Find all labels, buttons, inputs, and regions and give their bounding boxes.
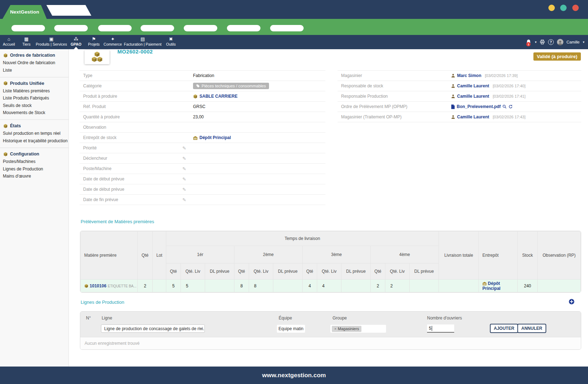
- notifications-bell-icon[interactable]: 1: [526, 39, 532, 45]
- add-production-line-button[interactable]: [569, 299, 574, 304]
- edit-pencil-icon[interactable]: ✎: [182, 145, 186, 151]
- nav-item-produits-services[interactable]: ▣ Produits | Services: [30, 37, 73, 46]
- sidebar-item-mouvements-de-stock[interactable]: Mouvements de Stock: [0, 109, 69, 116]
- sidebar-section-etats: États Suivi production en temps réel His…: [0, 119, 69, 148]
- sidebar-item-postes-machines[interactable]: Postes/Machines: [0, 158, 69, 165]
- warehouse-link[interactable]: Dépôt Principal: [199, 135, 231, 140]
- footer-url-link[interactable]: www.nextgestion.com: [262, 372, 326, 379]
- refresh-icon[interactable]: [508, 104, 513, 109]
- sidebar-item-liste-matieres-premieres[interactable]: Liste Matières premières: [0, 87, 69, 94]
- subcolumn-qte-liv: Qté. Liv: [181, 263, 205, 280]
- d2-dl-cell: [273, 280, 303, 292]
- zoom-icon[interactable]: [502, 104, 507, 109]
- edit-pencil-icon[interactable]: ✎: [182, 166, 186, 171]
- groupe-field[interactable]: ×Magasiniers: [330, 325, 386, 333]
- menu-pill[interactable]: [184, 25, 217, 31]
- sidebar-item-historique-tracabilite[interactable]: Historique et traçabilité production: [0, 137, 69, 144]
- detail-row-poste-machine: Poste/Machine ✎: [80, 163, 325, 174]
- menu-pill[interactable]: [141, 25, 174, 31]
- subcolumn-dl-prevue: DL prévue: [273, 263, 303, 280]
- ajouter-button[interactable]: AJOUTER: [490, 324, 518, 333]
- qty-cell: 2: [138, 280, 153, 292]
- notification-badge: 1: [526, 42, 531, 46]
- sidebar-header-produits-unifiee[interactable]: Produits Unifiée: [0, 80, 69, 87]
- sidebar-item-liste[interactable]: Liste: [0, 66, 69, 73]
- product-link[interactable]: SABLE CARRIERE: [199, 94, 238, 99]
- timestamp: [03/02/2026 17:40]: [493, 84, 526, 88]
- person-icon: [451, 115, 455, 119]
- nav-item-gpao[interactable]: ⁂ GPAO: [67, 37, 85, 46]
- sidebar-item-nouvel-ordre[interactable]: Nouvel Ordre de fabrication: [0, 59, 69, 66]
- sidebar-item-suivi-production[interactable]: Suivi production en temps réel: [0, 130, 69, 137]
- user-chevron-icon[interactable]: ▾: [583, 40, 584, 44]
- column-header-equipe: Équipe: [279, 316, 292, 321]
- material-cell: 1010106ETIQUETTE BA...: [81, 280, 138, 292]
- timestamp: [03/02/2026 17:43]: [493, 115, 526, 119]
- edit-pencil-icon[interactable]: ✎: [182, 187, 186, 192]
- sidebar-header-configuration[interactable]: Configuration: [0, 150, 69, 158]
- print-icon[interactable]: [540, 40, 545, 45]
- column-header-matiere: Matière première: [81, 231, 138, 280]
- user-menu[interactable]: Camille: [567, 40, 580, 44]
- subcolumn-qte: Qté: [303, 263, 317, 280]
- warehouse-icon: [482, 281, 487, 286]
- d3-liv-cell: 4: [317, 280, 341, 292]
- menu-pill[interactable]: [54, 25, 88, 31]
- help-icon[interactable]: ?: [548, 39, 554, 45]
- subcolumn-qte: Qté: [371, 263, 385, 280]
- sidebar-header-etats[interactable]: États: [0, 122, 69, 130]
- edit-pencil-icon[interactable]: ✎: [182, 176, 186, 182]
- page-icon-card: [85, 50, 110, 64]
- building-icon: ▦: [24, 37, 29, 41]
- ouvriers-input[interactable]: 5: [427, 324, 454, 333]
- nav-item-facturation-paiement[interactable]: ▤ Facturation | Paiement: [118, 37, 168, 46]
- entrepot-cell: Dépôt Principal: [479, 280, 518, 292]
- material-code-link[interactable]: 1010106: [90, 283, 106, 288]
- menu-pill[interactable]: [98, 25, 132, 31]
- details-table-left: Type Fabrication Catégorie Pièces techni…: [80, 70, 325, 205]
- menu-pill[interactable]: [270, 25, 304, 31]
- annuler-button[interactable]: ANNULER: [517, 324, 546, 333]
- sidebar-item-liste-produits-fabriques[interactable]: Liste Produits Fabriqués: [0, 94, 69, 102]
- column-header-4eme: 4ème: [371, 246, 439, 263]
- detail-row-opmp: Ordre de Prélèvement MP (OPMP) Bon_Prele…: [338, 101, 581, 112]
- sidebar-item-mains-doeuvre[interactable]: Mains d'œuvre: [0, 173, 69, 180]
- notifications-chevron-icon[interactable]: ▾: [535, 40, 537, 44]
- window-close-button[interactable]: [572, 5, 579, 11]
- invoice-icon: ▤: [141, 37, 145, 41]
- menu-pill[interactable]: [11, 25, 45, 31]
- nav-item-accueil[interactable]: ⌂ Accueil: [0, 37, 18, 46]
- nav-item-outils[interactable]: ✖ Outils: [162, 37, 180, 46]
- sidebar-item-lignes-de-production[interactable]: Lignes de Production: [0, 165, 69, 172]
- details-table-right: Magasinier Marc Simon [03/02/2026 17:39]…: [338, 70, 581, 122]
- detail-row-ref: Réf. Produit GRSC: [80, 101, 325, 112]
- avatar[interactable]: [557, 39, 563, 45]
- edit-pencil-icon[interactable]: ✎: [182, 197, 186, 203]
- page-title: MO2602-0002: [117, 48, 153, 55]
- equipe-field[interactable]: Equipe matin: [277, 325, 305, 333]
- detail-row-observation: Observation: [80, 122, 325, 132]
- d1-dl-cell: [205, 280, 234, 292]
- empty-records-row: Aucun enregistrement trouvé: [80, 337, 581, 349]
- menu-pill[interactable]: [227, 25, 260, 31]
- text-cursor: [432, 326, 432, 331]
- brand-ghost-tab: [46, 5, 91, 16]
- subcolumn-qte: Qté: [234, 263, 249, 280]
- timestamp: [03/02/2026 17:41]: [493, 94, 526, 98]
- brand-tab[interactable]: NextGestion: [2, 5, 47, 19]
- ligne-select[interactable]: Ligne de production de concassage de gal…: [101, 324, 205, 333]
- pdf-link[interactable]: Bon_Prelevement.pdf: [457, 104, 501, 109]
- navbar-right-cluster: 1 ▾ ? Camille ▾: [526, 35, 584, 49]
- sidebar-header-ordres-de-fabrication[interactable]: Ordres de fabrication: [0, 52, 69, 59]
- window-maximize-button[interactable]: [560, 5, 567, 11]
- material-row: 1010106ETIQUETTE BA... 2 5 5 8 8 4 4 2 2: [81, 280, 581, 292]
- footer: www.nextgestion.com: [0, 367, 588, 384]
- detail-row-magasinier-opmp: Magasinier (Traitement OP-MP) Camille La…: [338, 112, 581, 122]
- person-icon: [451, 73, 455, 78]
- edit-pencil-icon[interactable]: ✎: [182, 156, 186, 161]
- sidebar-item-seuils-de-stock[interactable]: Seuils de stock: [0, 102, 69, 109]
- column-header-qte: Qté: [138, 231, 153, 280]
- window-minimize-button[interactable]: [548, 5, 555, 11]
- cube-icon: [3, 53, 8, 58]
- remove-tag-icon[interactable]: ×: [334, 327, 336, 331]
